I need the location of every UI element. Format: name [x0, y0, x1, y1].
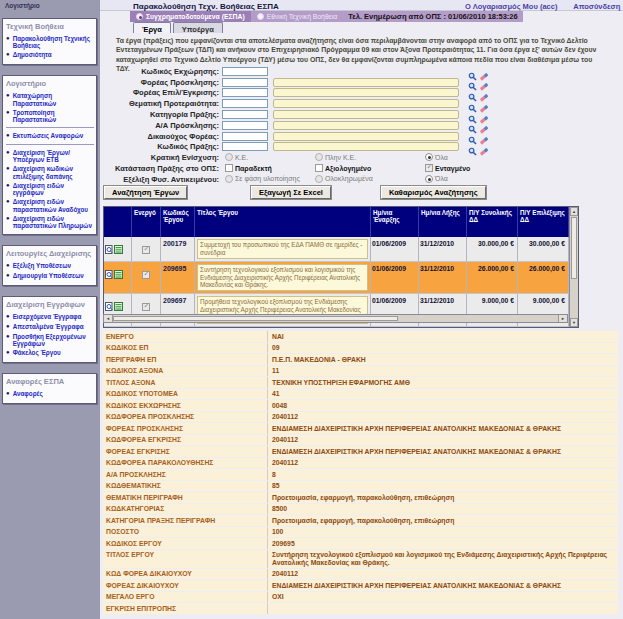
column-header: Ημ/νια Έναρξης: [371, 207, 419, 237]
radio-icon[interactable]: [315, 175, 323, 183]
radio-icon[interactable]: [225, 175, 233, 183]
table-row[interactable]: 200179Συμμετοχή του προσωπικού της ΕΔΑ Π…: [104, 237, 569, 262]
sidebar-item[interactable]: ●Διαχείριση ειδών παραστατικών Αναδόχου: [6, 197, 94, 213]
column-header: Τίτλος Έργου: [195, 207, 371, 237]
column-header: Π/Υ Συνολικής ΔΔ: [467, 207, 518, 237]
export-excel-button[interactable]: Εξαγωγή Σε Excel: [251, 186, 331, 199]
option-checkbox[interactable]: Ενταγμένο: [425, 164, 470, 172]
sidebar-item[interactable]: ●Προσθήκη Εξερχομένων Εγγράφων: [6, 332, 94, 348]
active-checkbox[interactable]: [142, 271, 150, 279]
field-code-input[interactable]: [222, 110, 268, 119]
sidebar-item[interactable]: ●Διαχείριση ειδών παραστατικών Πληρωμών: [6, 214, 94, 230]
mode-option-national[interactable]: Εθνική Τεχνική Βοήθεια: [251, 11, 344, 22]
field-code-input[interactable]: [222, 142, 268, 151]
option-radio[interactable]: Κ.Ε.: [225, 153, 248, 161]
sidebar-item[interactable]: ●Εισερχόμενα Έγγραφα: [6, 312, 94, 322]
clear-search-button[interactable]: Καθαρισμός Αναζήτησης: [381, 186, 486, 199]
field-code-input[interactable]: [222, 132, 268, 141]
sidebar-item[interactable]: ●Δημιουργία Υποθέσεων: [6, 271, 94, 281]
option-radio[interactable]: Όλα: [425, 153, 448, 161]
sidebar-item[interactable]: ●Δημοσιότητα: [6, 50, 94, 60]
detail-row: ΕΓΚΡΙΣΗ ΕΠΙΤΡΟΠΗΣ: [103, 603, 618, 614]
sidebar-item[interactable]: ●Αναφορές: [6, 389, 94, 399]
project-code-cell: 200179: [161, 237, 195, 261]
sidebar-item-label: Διαχείριση κωδικών επιλέξιμης δαπάνης: [13, 165, 94, 179]
checkbox-icon[interactable]: [225, 164, 233, 172]
radio-icon[interactable]: [425, 153, 433, 161]
sidebar-item[interactable]: ●Διαχείριση κωδικών επιλέξιμης δαπάνης: [6, 164, 94, 180]
search-projects-button[interactable]: Αναζήτηση Έργων: [104, 186, 187, 199]
bullet-icon: ●: [6, 92, 10, 106]
mode-option-cofinanced[interactable]: Συγχρηματοδοτούμενα (ΕΣΠΑ): [130, 11, 251, 22]
sidebar-item[interactable]: ●Τροποποίηση Παραστατικών: [6, 108, 94, 124]
option-radio[interactable]: Σε φάση υλοποίησης: [225, 175, 300, 183]
sidebar-item[interactable]: ●Παρακολούθηση Τεχνικής Βοήθειας: [6, 34, 94, 50]
results-table: ΕνεργόΚωδικός ΈργουΤίτλος ΈργουΗμ/νια Έν…: [103, 206, 579, 328]
bullet-icon: ●: [6, 109, 10, 123]
preview-icon[interactable]: [105, 240, 113, 258]
scroll-right-icon[interactable]: ►: [558, 315, 567, 322]
scroll-down-icon[interactable]: ▼: [570, 318, 578, 327]
option-radio[interactable]: Πλην Κ.Ε.: [315, 153, 356, 161]
detail-label: ΦΟΡΕΑΣ ΕΓΚΡΙΣΗΣ: [103, 446, 267, 457]
detail-row: ΚΩΔΙΚΟΣ ΑΞΟΝΑ11: [103, 366, 618, 377]
radio-icon[interactable]: [257, 13, 264, 20]
table-row[interactable]: 209695Συντήρηση τεχνολογικού εξοπλισμού …: [104, 262, 569, 295]
field-description-input[interactable]: [273, 110, 459, 119]
logout-link[interactable]: Αποσύνδεση: [573, 2, 620, 11]
sidebar-item[interactable]: ●Διαχείριση ειδών εγγράφων: [6, 181, 94, 197]
checkbox-icon[interactable]: [425, 164, 433, 172]
radio-icon[interactable]: [425, 175, 433, 183]
sidebar-item[interactable]: ●Εξέλιξη Υποθέσεων: [6, 261, 94, 271]
scrollbar-track[interactable]: [398, 315, 558, 322]
detail-value: ΕΝΔΙΑΜΕΣΗ ΔΙΑΧΕΙΡΙΣΤΙΚΗ ΑΡΧΗ ΠΕΡΙΦΕΡΕΙΑΣ…: [267, 580, 618, 591]
field-code-input[interactable]: [222, 121, 268, 130]
my-account-link[interactable]: Ο Λογαριασμός Μου (acc): [465, 2, 557, 11]
vertical-scrollbar[interactable]: ▲ ▼: [569, 207, 578, 327]
field-code-input[interactable]: [222, 99, 268, 108]
option-radio[interactable]: Όλα: [425, 175, 448, 183]
field-description-input[interactable]: [273, 99, 459, 108]
sidebar-item[interactable]: ●Απεσταλμένα Έγγραφα: [6, 322, 94, 332]
active-checkbox[interactable]: [142, 303, 150, 311]
field-code-input[interactable]: [222, 88, 268, 97]
sidebar-item[interactable]: ●Καταχώρηση Παραστατικών: [6, 91, 94, 107]
radio-icon[interactable]: [136, 13, 143, 20]
grid-export-icon[interactable]: [114, 240, 123, 258]
column-header: Ενεργό: [132, 207, 161, 237]
grid-export-icon[interactable]: [114, 265, 123, 283]
detail-value: 209695: [267, 538, 618, 549]
field-description-input[interactable]: [273, 142, 459, 151]
sidebar-item[interactable]: ●Διαχείριση Έργων/Υποέργων ΕΤΒ: [6, 148, 94, 164]
results-table-main: ΕνεργόΚωδικός ΈργουΤίτλος ΈργουΗμ/νια Έν…: [104, 207, 569, 327]
active-checkbox[interactable]: [142, 246, 150, 254]
radio-icon[interactable]: [315, 153, 323, 161]
field-label: Κρατική Ενίσχυση:: [100, 153, 222, 162]
field-description-input[interactable]: [273, 78, 459, 87]
preview-icon[interactable]: [105, 265, 113, 283]
radio-icon[interactable]: [225, 153, 233, 161]
sidebar-item[interactable]: ●Φάκελος Έργου: [6, 348, 94, 358]
tab-erga[interactable]: Έργα: [133, 22, 171, 33]
field-code-input[interactable]: [222, 78, 268, 87]
option-checkbox[interactable]: Αξιολογημένο: [315, 164, 371, 172]
detail-value: ΕΝΔΙΑΜΕΣΗ ΔΙΑΧΕΙΡΙΣΤΙΚΗ ΑΡΧΗ ΠΕΡΙΦΕΡΕΙΑΣ…: [267, 423, 618, 434]
scrollbar-thumb[interactable]: [113, 316, 398, 321]
tab-ypoerga[interactable]: Υποέργα: [173, 22, 223, 33]
scrollbar-thumb[interactable]: [571, 217, 577, 279]
sidebar-item[interactable]: ●Εκτυπώσεις Αναφορών: [6, 131, 94, 141]
horizontal-scrollbar[interactable]: ◄ ►: [103, 314, 568, 323]
preview-icon[interactable]: [105, 297, 113, 315]
field-description-input[interactable]: [273, 88, 459, 97]
checkbox-icon[interactable]: [315, 164, 323, 172]
scroll-up-icon[interactable]: ▲: [570, 207, 578, 216]
detail-value: ΕΝΔΙΑΜΕΣΗ ΔΙΑΧΕΙΡΙΣΤΙΚΗ ΑΡΧΗ ΠΕΡΙΦΕΡΕΙΑΣ…: [267, 446, 618, 457]
field-description-input[interactable]: [273, 121, 459, 130]
scroll-left-icon[interactable]: ◄: [104, 315, 113, 322]
option-checkbox[interactable]: Παραδεκτή: [225, 164, 272, 172]
field-description-input[interactable]: [273, 132, 459, 141]
option-radio[interactable]: Ολοκληρωμένα: [315, 175, 373, 183]
field-code-input[interactable]: [222, 67, 268, 76]
grid-export-icon[interactable]: [114, 297, 123, 315]
detail-value: ΝΑΙ: [267, 331, 618, 342]
